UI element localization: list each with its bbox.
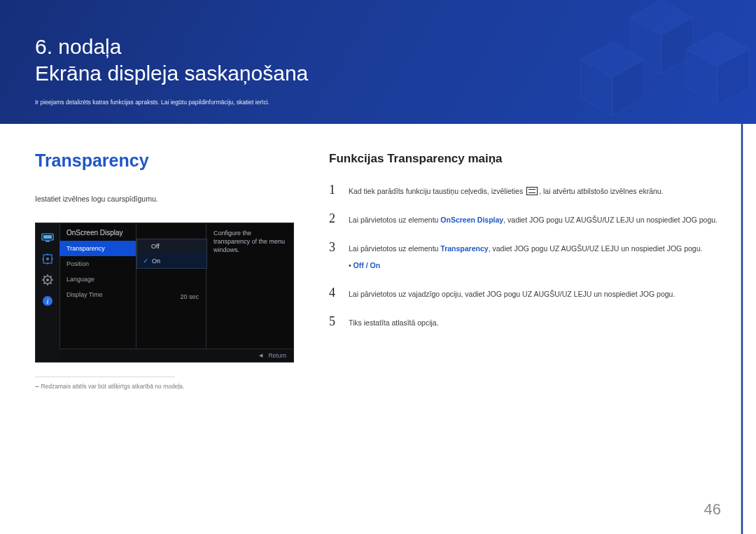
osd-row-transparency: Transparency [59, 241, 136, 256]
step-body: Kad tiek parādīts funkciju taustiņu ceļv… [349, 185, 721, 197]
svg-line-26 [43, 283, 45, 284]
chapter-title: 6. nodaļa Ekrāna displeja saskaņošana [35, 34, 756, 86]
svg-marker-0 [630, 0, 693, 35]
page-number: 46 [704, 500, 721, 519]
osd-sub-on: ✓On [137, 253, 206, 268]
chapter-subtext: Ir pieejams detalizēts katras funkcijas … [35, 99, 756, 106]
osd-sub-off: Off [137, 239, 206, 253]
step-body: Lai pārvietotos uz elementu Transparency… [349, 243, 721, 272]
svg-line-27 [50, 276, 52, 277]
osd-row-displaytime: Display Time [59, 287, 136, 302]
step-number: 1 [329, 183, 339, 197]
step-4: 4 Lai pārvietotos uz vajadzīgo opciju, v… [329, 286, 721, 300]
footnote-divider [35, 377, 175, 377]
osd-row-position: Position [59, 256, 136, 272]
osd-sidebar: i [36, 223, 60, 362]
step-body: Lai pārvietotos uz vajadzīgo opciju, vad… [349, 288, 721, 300]
info-icon: i [41, 295, 54, 307]
svg-marker-15 [46, 263, 49, 265]
osd-footer: ◀ Return [59, 349, 293, 362]
step-options: Off / On [349, 260, 721, 271]
osd-panel-title: OnScreen Display [59, 223, 136, 241]
gear-icon [41, 274, 54, 286]
section-description: Iestatiet izvēlnes logu caurspīdīgumu. [35, 195, 294, 203]
step-1: 1 Kad tiek parādīts funkciju taustiņu ce… [329, 183, 721, 197]
svg-line-24 [43, 276, 45, 277]
step-number: 3 [329, 240, 339, 255]
menu-icon [526, 187, 538, 195]
svg-text:i: i [46, 297, 48, 305]
osd-row-language: Language [59, 272, 136, 287]
step-3: 3 Lai pārvietotos uz elementu Transparen… [329, 240, 721, 272]
right-heading: Funkcijas Transparency maiņa [329, 152, 721, 166]
footnote: Redzamais attēls var būt atšķirīgs atkar… [35, 383, 294, 390]
step-body: Lai pārvietotos uz elementu OnScreen Dis… [349, 214, 721, 225]
monitor-icon [41, 232, 54, 244]
grid-icon [41, 253, 54, 265]
chapter-heading: Ekrāna displeja saskaņošana [35, 62, 308, 85]
osd-value-column: Off ✓On 20 sec [136, 223, 206, 349]
svg-rect-10 [43, 235, 52, 239]
svg-marker-17 [52, 258, 53, 260]
chapter-hero: 6. nodaļa Ekrāna displeja saskaņošana Ir… [0, 0, 756, 124]
step-number: 4 [329, 286, 339, 300]
step-number: 2 [329, 211, 339, 226]
osd-menu-column: OnScreen Display Transparency Position L… [59, 223, 136, 349]
svg-line-25 [50, 283, 52, 284]
svg-marker-16 [42, 258, 43, 260]
step-5: 5 Tiks iestatīta atlasītā opcija. [329, 314, 721, 329]
svg-point-13 [46, 258, 49, 260]
nav-left-icon: ◀ [259, 353, 262, 358]
chapter-number: 6. nodaļa [35, 35, 121, 58]
svg-marker-14 [46, 253, 49, 255]
svg-rect-11 [46, 241, 50, 242]
step-2: 2 Lai pārvietotos uz elementu OnScreen D… [329, 211, 721, 226]
osd-mockup: i OnScreen Display Transparency Position… [35, 223, 294, 363]
osd-help-text: Configure the transparency of the menu w… [206, 223, 293, 349]
osd-footer-label: Return [268, 352, 286, 359]
step-body: Tiks iestatīta atlasītā opcija. [349, 317, 721, 328]
osd-value-displaytime: 20 sec [136, 289, 206, 305]
check-icon: ✓ [143, 257, 148, 265]
svg-point-19 [46, 279, 49, 281]
section-heading-transparency: Transparency [35, 150, 294, 171]
osd-submenu: Off ✓On [136, 239, 207, 269]
step-number: 5 [329, 314, 339, 329]
